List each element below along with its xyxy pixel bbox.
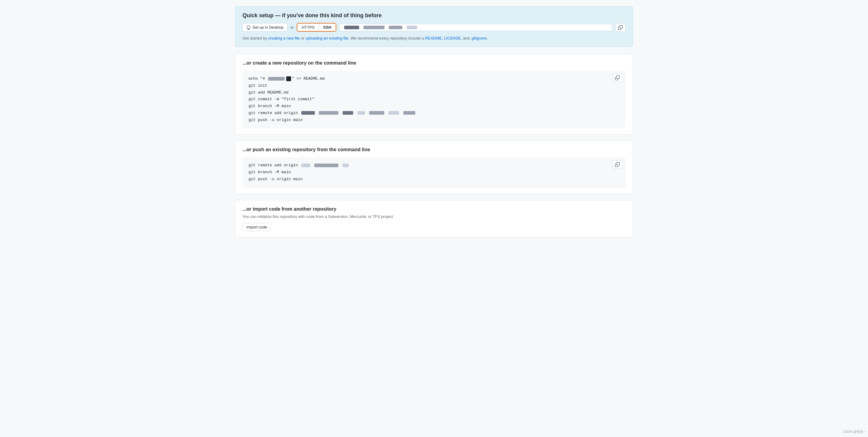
create-new-repo-title: ...or create a new repository on the com… — [243, 60, 625, 66]
license-link[interactable]: LICENSE — [444, 36, 461, 40]
code-line-7: git push -u origin main — [249, 117, 619, 124]
copy-new-repo-button[interactable] — [612, 74, 622, 82]
code-line-6: git remote add origin — [249, 110, 619, 117]
import-code-button[interactable]: Import code — [243, 223, 271, 231]
code-line-2: git init — [249, 82, 619, 89]
push-code-line-2: git branch -M main — [249, 169, 619, 176]
create-new-file-link[interactable]: creating a new file — [268, 36, 300, 40]
code-line-5: git branch -M main — [249, 103, 619, 110]
push-code-line-3: git push -u origin main — [249, 176, 619, 183]
copy-new-icon — [615, 76, 620, 80]
https-button[interactable]: HTTPS — [298, 24, 319, 31]
quick-setup-section: Quick setup — if you've done this kind o… — [235, 6, 633, 47]
copy-url-button[interactable] — [615, 23, 625, 32]
create-new-repo-section: ...or create a new repository on the com… — [235, 54, 633, 135]
import-code-section: ...or import code from another repositor… — [235, 200, 633, 237]
code-line-1: echo "# " >> README.md — [249, 76, 619, 82]
url-blocks — [343, 26, 608, 29]
copy-push-icon — [615, 162, 620, 167]
desktop-button-label: Set up in Desktop — [252, 25, 283, 30]
gitignore-link[interactable]: .gitignore — [470, 36, 487, 40]
code-line-3: git add README.md — [249, 89, 619, 96]
url-block-3 — [389, 26, 402, 29]
create-new-repo-code: echo "# " >> README.md git init git add … — [243, 70, 625, 128]
upload-file-link[interactable]: uploading an existing file — [306, 36, 348, 40]
url-block-1 — [344, 26, 359, 29]
push-existing-repo-title: ...or push an existing repository from t… — [243, 147, 625, 152]
import-code-title: ...or import code from another repositor… — [243, 206, 625, 212]
push-existing-repo-section: ...or push an existing repository from t… — [235, 141, 633, 194]
copy-icon — [618, 25, 623, 30]
set-up-desktop-button[interactable]: Set up in Desktop — [243, 23, 287, 31]
url-block-4 — [407, 26, 417, 29]
redact-1a — [268, 77, 285, 81]
readme-link[interactable]: README — [425, 36, 442, 40]
csdn-watermark: CSDN @悦悦~ — [843, 430, 865, 434]
hint-text: Get started by — [243, 36, 268, 40]
setup-hint: Get started by creating a new file or up… — [243, 36, 625, 40]
quick-setup-title: Quick setup — if you've done this kind o… — [243, 12, 625, 19]
push-existing-repo-code: git remote add origin git branch -M main… — [243, 157, 625, 187]
or-separator: or — [290, 25, 294, 30]
copy-push-repo-button[interactable] — [612, 160, 622, 169]
url-display — [339, 24, 612, 31]
import-code-description: You can initialize this repository with … — [243, 214, 625, 219]
ssh-button[interactable]: SSH — [319, 24, 336, 31]
desktop-icon — [246, 25, 251, 30]
code-line-4: git commit -m "first commit" — [249, 96, 619, 103]
quick-setup-controls: Set up in Desktop or HTTPS SSH — [243, 23, 625, 32]
url-block-2 — [364, 26, 384, 29]
push-code-line-1: git remote add origin — [249, 162, 619, 169]
protocol-group: HTTPS SSH — [297, 23, 336, 32]
